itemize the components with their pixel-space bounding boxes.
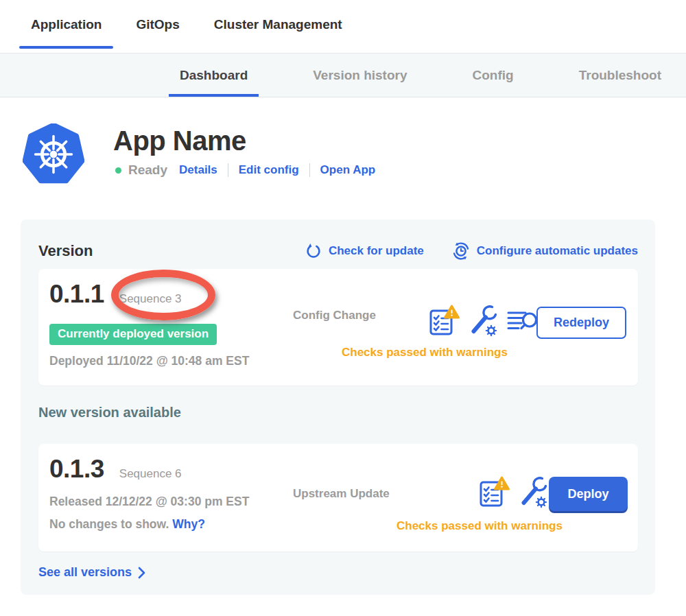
divider [309,163,310,177]
chevron-right-icon [138,567,145,579]
tab-gitops[interactable]: GitOps [124,0,191,49]
version-panel-title: Version [38,242,93,260]
current-version-number: 0.1.1 [49,280,104,309]
preflight-checks-icon[interactable] [479,475,510,508]
tab-troubleshoot[interactable]: Troubleshoot [568,54,672,97]
kubernetes-logo-icon [23,123,84,185]
view-files-icon[interactable] [507,308,539,337]
app-header: App Name Ready Details Edit config Open … [23,123,686,185]
primary-nav: Application GitOps Cluster Management [0,0,686,49]
tab-cluster-management[interactable]: Cluster Management [202,0,354,49]
details-link[interactable]: Details [179,163,217,177]
status-dot [115,167,121,174]
configure-automatic-updates-button[interactable]: Configure automatic updates [451,241,638,261]
open-app-link[interactable]: Open App [320,163,376,177]
available-version-number: 0.1.3 [49,455,104,484]
preflight-checks-icon[interactable] [429,304,460,337]
current-version-card: 0.1.1 Sequence 3 Currently deployed vers… [38,269,638,386]
page-title: App Name [113,125,375,156]
check-for-update-button[interactable]: Check for update [305,242,424,260]
config-wrench-icon[interactable] [519,475,549,508]
redeploy-button[interactable]: Redeploy [536,307,626,339]
available-version-sequence: Sequence 6 [119,467,182,481]
divider [228,163,228,177]
new-version-heading: New version available [38,405,638,420]
see-all-versions-link[interactable]: See all versions [38,565,145,580]
deploy-button[interactable]: Deploy [549,477,628,511]
tab-config[interactable]: Config [462,54,525,97]
secondary-nav: Dashboard Version history Config Trouble… [0,53,686,97]
currently-deployed-badge: Currently deployed version [49,324,217,345]
version-panel: Version Check for update Configure [21,220,655,595]
refresh-icon [305,242,322,260]
no-changes-text: No changes to show. [49,517,169,531]
tab-application[interactable]: Application [19,0,113,49]
version-source-label: Config Change [293,309,376,322]
available-version-card: 0.1.3 Sequence 6 Released 12/12/22 @ 03:… [38,444,638,552]
tab-dashboard[interactable]: Dashboard [169,54,259,97]
checks-status-text: Checks passed with warnings [342,346,508,359]
why-link[interactable]: Why? [172,517,205,531]
edit-config-link[interactable]: Edit config [239,163,299,177]
current-version-sequence: Sequence 3 [119,292,182,306]
config-wrench-icon[interactable] [469,304,499,337]
tab-version-history[interactable]: Version history [302,54,418,97]
status-text: Ready [128,163,167,178]
checks-status-text: Checks passed with warnings [397,519,563,533]
schedule-refresh-icon [451,241,471,261]
released-timestamp: Released 12/12/22 @ 03:30 pm EST [49,495,249,508]
version-source-label: Upstream Update [293,487,390,501]
